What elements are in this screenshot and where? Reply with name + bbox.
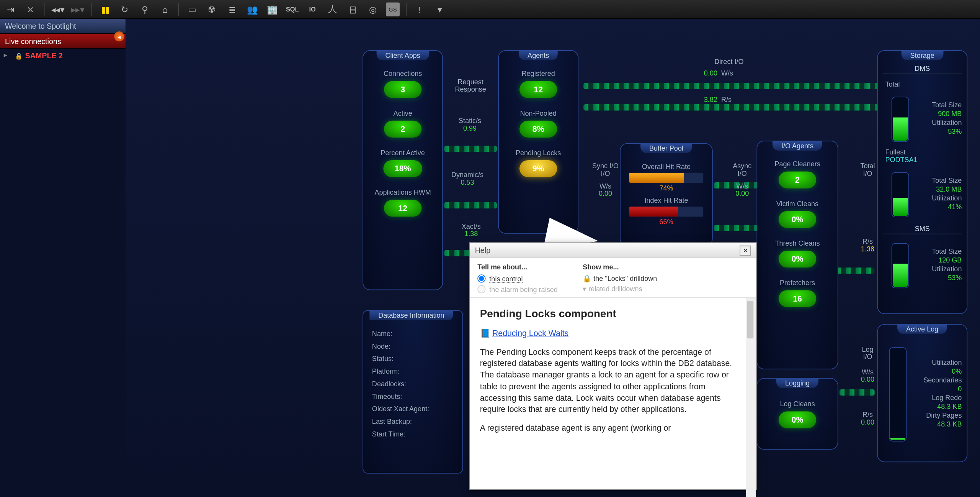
stat-dynamic: Dynamic/s 0.53 <box>446 171 490 186</box>
help-titlebar[interactable]: Help ✕ <box>470 243 756 258</box>
monitor-icon[interactable]: ▭ <box>185 2 199 16</box>
metric-applications-hwm[interactable]: Applications HWM 12 <box>368 189 437 217</box>
sidebar-collapse-handle[interactable]: ◂ <box>114 31 124 41</box>
active-log-gauge[interactable] <box>889 347 906 441</box>
radio-alarm: the alarm being raised <box>477 284 558 295</box>
db-info-row: Deadlocks: <box>368 377 457 390</box>
logging-panel: Logging Log Cleans 0% <box>757 378 838 450</box>
db-info-row: Timeouts: <box>368 390 457 403</box>
show-me-label: Show me... <box>583 263 657 271</box>
active-log-panel: Active Log Utilization 0% Secondaries 0 … <box>877 324 967 463</box>
radio-this-control[interactable]: this control <box>477 273 558 284</box>
active-log-title: Active Log <box>897 324 947 334</box>
show-related-drilldowns: ▾ related drilldowns <box>583 284 657 295</box>
db-info-row: Last Backup: <box>368 415 457 428</box>
cylinder-icon[interactable]: ⌸ <box>346 2 359 16</box>
sms-gauge[interactable] <box>892 243 909 288</box>
home-icon[interactable]: ⌂ <box>158 2 172 16</box>
users-icon[interactable]: 👥 <box>245 2 259 16</box>
help-popup: Help ✕ Tell me about... this control the… <box>469 243 757 490</box>
pause-icon[interactable]: ▮▮ <box>98 2 112 16</box>
back-button[interactable]: ◂◂▾ <box>51 2 65 16</box>
io-agents-title: I/O Agents <box>773 141 822 151</box>
request-label: RequestResponse <box>446 78 496 93</box>
help-reducing-lock-waits-link[interactable]: Reducing Lock Waits <box>492 328 568 338</box>
metric-prefetchers[interactable]: Prefetchers 16 <box>762 279 833 307</box>
buildings-icon[interactable]: 🏢 <box>265 2 279 16</box>
plug-in-icon[interactable]: ⇥ <box>4 2 18 16</box>
left-sidebar: Welcome to Spotlight Live connections 🔒S… <box>0 19 126 497</box>
tripod-icon[interactable]: 人 <box>326 2 340 16</box>
io-icon[interactable]: IO <box>305 2 319 16</box>
help-close-button[interactable]: ✕ <box>740 245 751 255</box>
storage-panel: Storage DMS Total Total Size 900 MB Util… <box>877 50 967 314</box>
direct-io-read: 3.82 R/s <box>704 95 732 103</box>
overall-hit-label: Overall Hit Rate <box>626 162 707 170</box>
database-icon[interactable]: ≣ <box>225 2 239 16</box>
dms-total-gauge[interactable] <box>892 97 909 142</box>
menu-dropdown-icon[interactable]: ▾ <box>433 2 447 16</box>
db-info-row: Status: <box>368 352 457 365</box>
db-info-panel: Database Information Name:Node:Status:Pl… <box>363 310 463 474</box>
disc-icon[interactable]: ◎ <box>366 2 379 16</box>
tell-me-about-label: Tell me about... <box>477 263 558 271</box>
db-info-row: Platform: <box>368 365 457 377</box>
sidebar-welcome[interactable]: Welcome to Spotlight <box>0 19 126 34</box>
buffer-pool-title: Buffer Pool <box>640 143 692 153</box>
dms-heading: DMS <box>883 65 962 74</box>
help-scrollbar[interactable] <box>746 301 755 488</box>
gs-icon[interactable]: GS <box>386 2 400 16</box>
help-body-title: Pending Locks component <box>480 307 736 321</box>
help-body: Pending Locks component 📘 Reducing Lock … <box>470 298 756 497</box>
alert-icon[interactable]: ! <box>413 2 426 16</box>
db-info-row: Oldest Xact Agent: <box>368 403 457 415</box>
show-locks-drilldown[interactable]: 🔒 the "Locks" drilldown <box>583 273 657 284</box>
main-toolbar: ⇥ ⤫ ◂◂▾ ▸▸▾ ▮▮ ↻ ⚲ ⌂ ▭ ☢ ≣ 👥 🏢 SQL IO 人 … <box>0 0 980 19</box>
forward-button[interactable]: ▸▸▾ <box>71 2 85 16</box>
direct-io-label: Direct I/O <box>697 58 760 66</box>
metric-connections[interactable]: Connections 3 <box>368 70 437 98</box>
sql-icon[interactable]: SQL <box>286 2 299 16</box>
sms-heading: SMS <box>883 225 962 235</box>
overall-hit-bar[interactable] <box>629 173 703 183</box>
metric-registered[interactable]: Registered 12 <box>504 70 573 98</box>
sidebar-connection-sample2[interactable]: 🔒SAMPLE 2 <box>0 49 126 63</box>
metric-non-pooled[interactable]: Non-Pooled 8% <box>504 109 573 138</box>
db-info-row: Node: <box>368 340 457 353</box>
sidebar-live-connections[interactable]: Live connections <box>0 34 126 49</box>
direct-io-write: 0.00 W/s <box>704 69 733 77</box>
help-scroll-thumb[interactable] <box>747 301 753 338</box>
metric-pending-locks[interactable]: Pending Locks 9% <box>504 149 573 177</box>
pin-icon[interactable]: ⚲ <box>138 2 152 16</box>
refresh-icon[interactable]: ↻ <box>118 2 132 16</box>
plug-out-icon[interactable]: ⤫ <box>24 2 38 16</box>
db-info-row: Name: <box>368 327 457 340</box>
radiation-icon[interactable]: ☢ <box>205 2 219 16</box>
metric-active[interactable]: Active 2 <box>368 109 437 138</box>
storage-title: Storage <box>902 50 943 60</box>
client-apps-title: Client Apps <box>377 50 429 60</box>
index-hit-pct: 66% <box>626 218 707 226</box>
stat-static: Static/s 0.99 <box>448 117 492 132</box>
io-agents-panel: I/O Agents Page Cleaners 2 Victim Cleans… <box>757 141 838 369</box>
overall-hit-pct: 74% <box>626 184 707 192</box>
dms-fullest-name[interactable]: PODTSA1 <box>885 156 962 163</box>
stat-xact: Xact/s 1.38 <box>449 222 493 237</box>
metric-percent-active[interactable]: Percent Active 18% <box>368 149 437 177</box>
client-apps-panel: Client Apps Connections 3 Active 2 Perce… <box>363 50 443 290</box>
metric-thresh-cleans[interactable]: Thresh Cleans 0% <box>762 239 833 267</box>
metric-victim-cleans[interactable]: Victim Cleans 0% <box>762 200 833 228</box>
logging-title: Logging <box>776 378 818 388</box>
help-para-2: A registered database agent is any agent… <box>480 423 736 434</box>
metric-page-cleaners[interactable]: Page Cleaners 2 <box>762 160 833 189</box>
help-para-1: The Pending Locks component keeps track … <box>480 347 736 415</box>
dms-fullest-gauge[interactable] <box>892 172 909 217</box>
db-info-title: Database Information <box>369 310 453 320</box>
index-hit-bar[interactable] <box>629 207 703 217</box>
db-info-row: Start Time: <box>368 428 457 440</box>
metric-log-cleans[interactable]: Log Cleans 0% <box>762 400 833 428</box>
agents-panel: Agents Registered 12 Non-Pooled 8% Pendi… <box>498 50 578 234</box>
dms-fullest-label: Fullest <box>885 148 962 156</box>
buffer-pool-panel: Buffer Pool Overall Hit Rate 74% Index H… <box>620 143 713 246</box>
index-hit-label: Index Hit Rate <box>626 197 707 204</box>
